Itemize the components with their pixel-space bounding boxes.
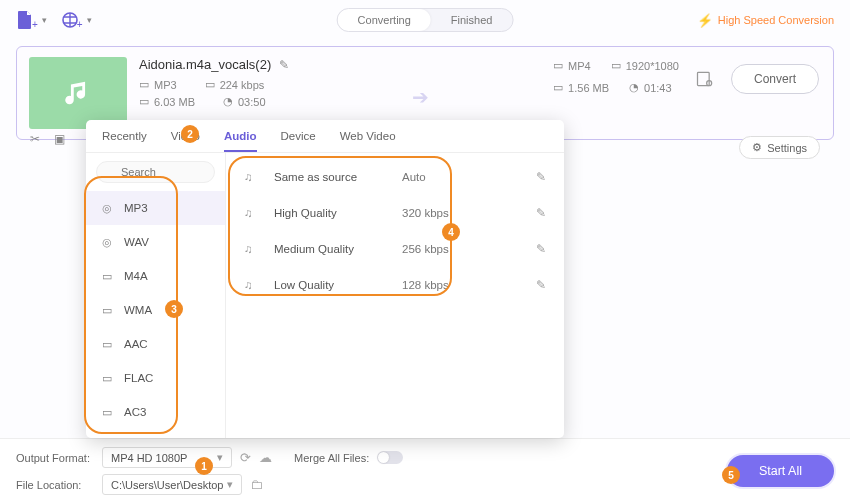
- add-file-button[interactable]: +▾: [16, 10, 47, 30]
- src-bitrate: ▭ 224 kbps: [205, 78, 265, 91]
- file-name: Aidonia.m4a_vocals(2): [139, 57, 271, 72]
- badge-1: 1: [195, 457, 213, 475]
- fmt-mp3[interactable]: ◎MP3: [86, 191, 225, 225]
- edit-tools: ✂ ▣: [30, 132, 65, 146]
- src-duration: ◔ 03:50: [223, 95, 266, 108]
- fmt-flac[interactable]: ▭FLAC: [86, 361, 225, 395]
- top-bar: +▾ +▾ Converting Finished High Speed Con…: [0, 0, 850, 40]
- badge-4: 4: [442, 223, 460, 241]
- edit-preset-icon[interactable]: ✎: [536, 170, 546, 184]
- fmt-m4a[interactable]: ▭M4A: [86, 259, 225, 293]
- settings-button[interactable]: ⚙ Settings: [739, 136, 820, 159]
- start-all-button[interactable]: Start All: [727, 455, 834, 487]
- quality-row[interactable]: ♫Medium Quality256 kbps✎: [226, 231, 564, 267]
- mode-tabs: Converting Finished: [337, 8, 514, 32]
- file-location-label: File Location:: [16, 479, 94, 491]
- merge-label: Merge All Files:: [294, 452, 369, 464]
- badge-5: 5: [722, 466, 740, 484]
- format-list: ◎MP3 ◎WAV ▭M4A ▭WMA ▭AAC ▭FLAC ▭AC3: [86, 191, 225, 438]
- output-format-label: Output Format:: [16, 452, 94, 464]
- compress-icon[interactable]: ⟳: [240, 450, 251, 465]
- crop-icon[interactable]: ▣: [54, 132, 65, 146]
- top-left-tools: +▾ +▾: [16, 10, 92, 30]
- badge-2: 2: [181, 125, 199, 143]
- fmt-aac[interactable]: ▭AAC: [86, 327, 225, 361]
- file-thumbnail: [29, 57, 127, 129]
- tab-converting[interactable]: Converting: [338, 9, 431, 31]
- output-block: ▭ MP4 ▭ 1920*1080 ▭ 1.56 MB ◔ 01:43 Conv…: [553, 59, 819, 98]
- ptab-device[interactable]: Device: [281, 130, 316, 152]
- convert-button[interactable]: Convert: [731, 64, 819, 94]
- quality-row[interactable]: ♫Low Quality128 kbps✎: [226, 267, 564, 303]
- high-speed-indicator: High Speed Conversion: [697, 13, 834, 28]
- src-size: ▭ 6.03 MB: [139, 95, 195, 108]
- fmt-ac3[interactable]: ▭AC3: [86, 395, 225, 429]
- ptab-webvideo[interactable]: Web Video: [340, 130, 396, 152]
- open-folder-icon[interactable]: 🗀: [250, 477, 263, 492]
- output-settings-icon[interactable]: [695, 69, 715, 89]
- dst-time: ◔ 01:43: [629, 81, 672, 94]
- merge-toggle[interactable]: [377, 451, 403, 464]
- arrow-icon: ➔: [412, 85, 429, 109]
- edit-preset-icon[interactable]: ✎: [536, 242, 546, 256]
- trim-icon[interactable]: ✂: [30, 132, 40, 146]
- ptab-recently[interactable]: Recently: [102, 130, 147, 152]
- edit-preset-icon[interactable]: ✎: [536, 206, 546, 220]
- src-format: ▭ MP3: [139, 78, 177, 91]
- quality-row[interactable]: ♫Same as sourceAuto✎: [226, 159, 564, 195]
- merge-toggle-group: Merge All Files:: [294, 451, 403, 464]
- fmt-wav[interactable]: ◎WAV: [86, 225, 225, 259]
- fmt-wma[interactable]: ▭WMA: [86, 293, 225, 327]
- quality-list: ♫Same as sourceAuto✎ ♫High Quality320 kb…: [226, 153, 564, 438]
- file-location-select[interactable]: C:\Users\User\Desktop▾: [102, 474, 242, 495]
- cloud-icon[interactable]: ☁: [259, 450, 272, 465]
- svg-rect-1: [697, 72, 709, 85]
- edit-preset-icon[interactable]: ✎: [536, 278, 546, 292]
- dst-size: ▭ 1.56 MB: [553, 81, 609, 94]
- add-url-button[interactable]: +▾: [61, 11, 92, 30]
- dst-format: ▭ MP4: [553, 59, 591, 72]
- popup-tabs: Recently Video Audio Device Web Video: [86, 120, 564, 153]
- ptab-audio[interactable]: Audio: [224, 130, 257, 152]
- quality-row[interactable]: ♫High Quality320 kbps✎: [226, 195, 564, 231]
- badge-3: 3: [165, 300, 183, 318]
- rename-icon[interactable]: ✎: [279, 58, 289, 72]
- tab-finished[interactable]: Finished: [431, 9, 513, 31]
- format-sidebar: ◎MP3 ◎WAV ▭M4A ▭WMA ▭AAC ▭FLAC ▭AC3: [86, 153, 226, 438]
- format-popup: Recently Video Audio Device Web Video ◎M…: [86, 120, 564, 438]
- search-input[interactable]: [96, 161, 215, 183]
- dst-res: ▭ 1920*1080: [611, 59, 679, 72]
